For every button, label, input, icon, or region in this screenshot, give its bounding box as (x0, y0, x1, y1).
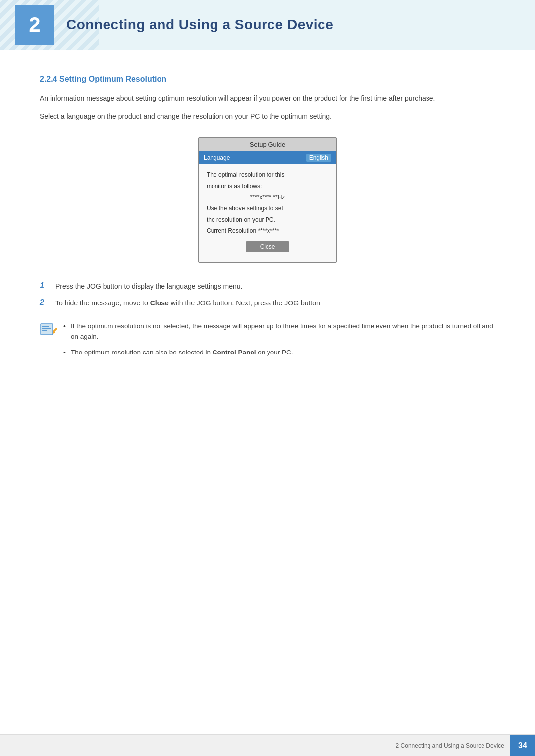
dialog-language-label: Language (204, 154, 230, 161)
chapter-number-box: 2 (15, 5, 54, 45)
notes-list: • If the optimum resolution is not selec… (63, 321, 495, 363)
note-icon (40, 322, 58, 338)
page-footer: 2 Connecting and Using a Source Device 3… (0, 734, 535, 756)
dialog-line4: the resolution on your PC. (207, 215, 328, 225)
dialog-wrapper: Setup Guide Language English The optimal… (40, 137, 495, 263)
note2-after: on your PC. (256, 349, 293, 356)
svg-rect-2 (42, 328, 51, 329)
steps-list: 1 Press the JOG button to display the la… (40, 281, 495, 309)
section-heading: 2.2.4 Setting Optimum Resolution (40, 75, 495, 84)
step-number-2: 2 (40, 298, 55, 307)
section-title: Setting Optimum Resolution (59, 75, 166, 83)
page-content: 2.2.4 Setting Optimum Resolution An info… (0, 50, 535, 403)
footer-text: 2 Connecting and Using a Source Device (396, 742, 510, 749)
dialog-language-value: English (306, 154, 331, 162)
dialog-language-row: Language English (199, 151, 336, 164)
dialog-title: Setup Guide (250, 141, 285, 148)
note-item-1: • If the optimum resolution is not selec… (63, 321, 495, 342)
step-text-1: Press the JOG button to display the lang… (55, 281, 242, 292)
chapter-title-text: Connecting and Using a Source Device (66, 17, 333, 33)
svg-rect-1 (42, 326, 49, 327)
dialog-line3: Use the above settings to set (207, 204, 328, 213)
svg-rect-0 (41, 324, 53, 335)
note-text-2: The optimum resolution can also be selec… (71, 347, 293, 358)
chapter-title: Connecting and Using a Source Device (54, 0, 333, 50)
step-text-2: To hide the message, move to Close with … (55, 298, 322, 308)
dialog-close-button[interactable]: Close (246, 241, 289, 252)
dialog-resolution-code: ****x**** **Hz (207, 193, 328, 202)
step2-before: To hide the message, move to (55, 299, 150, 307)
step2-bold: Close (150, 299, 169, 307)
note-bullet-2: • (63, 347, 66, 358)
select-paragraph: Select a language on the product and cha… (40, 111, 495, 122)
svg-rect-3 (42, 330, 47, 331)
dialog-line2: monitor is as follows: (207, 182, 328, 191)
step-number-1: 1 (40, 281, 55, 290)
note2-before: The optimum resolution can also be selec… (71, 349, 213, 356)
page-header: 2 Connecting and Using a Source Device (0, 0, 535, 50)
footer-page-badge: 34 (510, 735, 535, 756)
section-number: 2.2.4 (40, 75, 57, 83)
step2-after: with the JOG button. Next, press the JOG… (169, 299, 322, 307)
dialog-current-resolution: Current Resolution ****x**** (207, 226, 328, 236)
setup-guide-dialog: Setup Guide Language English The optimal… (198, 137, 337, 263)
step-item-2: 2 To hide the message, move to Close wit… (40, 298, 495, 308)
intro-paragraph: An information message about setting opt… (40, 93, 495, 104)
note2-bold: Control Panel (213, 349, 256, 356)
dialog-body: The optimal resolution for this monitor … (199, 164, 336, 262)
note-bullet-1: • (63, 321, 66, 332)
note-item-2: • The optimum resolution can also be sel… (63, 347, 495, 358)
dialog-line1: The optimal resolution for this (207, 170, 328, 180)
dialog-title-bar: Setup Guide (199, 138, 336, 151)
chapter-number: 2 (29, 13, 40, 37)
step-item-1: 1 Press the JOG button to display the la… (40, 281, 495, 292)
note1-text: If the optimum resolution is not selecte… (71, 322, 493, 341)
page-number: 34 (518, 741, 527, 750)
note-text-1: If the optimum resolution is not selecte… (71, 321, 495, 342)
notes-section: • If the optimum resolution is not selec… (40, 321, 495, 363)
